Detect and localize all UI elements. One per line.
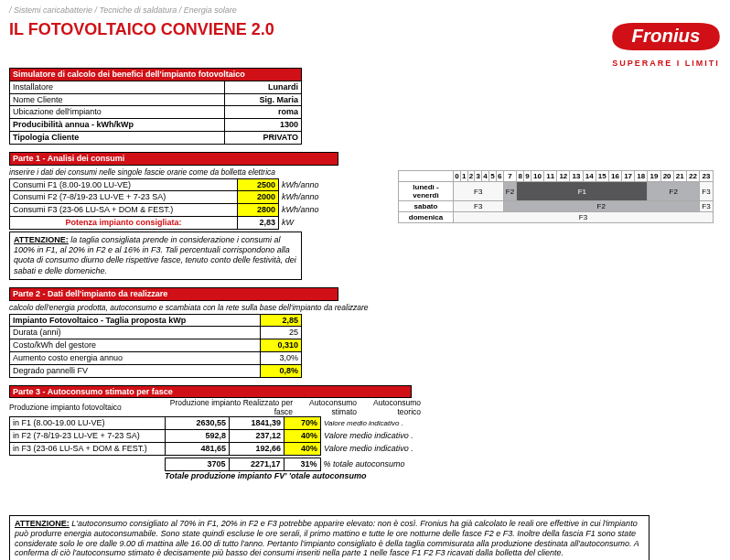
p3-r3b: 192,66 xyxy=(230,442,284,455)
logo-tagline: SUPERARE I LIMITI xyxy=(611,59,721,68)
f3-cell: F3 xyxy=(454,182,504,201)
p3-r3a: 481,65 xyxy=(166,442,230,455)
inst-label: Installatore xyxy=(10,81,225,93)
hour-1: 1 xyxy=(460,171,467,182)
p1-note: inserire i dati dei consumi nelle singol… xyxy=(9,167,384,177)
svg-text:Fronius: Fronius xyxy=(632,26,701,46)
prod-label: Producibilità annua - kWh/kWp xyxy=(10,119,225,132)
p1-warning-box: ATTENZIONE: la taglia consigliata prende… xyxy=(9,232,302,280)
f2-cell: F2 xyxy=(503,182,517,201)
p1-header: Parte 1 - Analisi dei consumi xyxy=(10,152,338,165)
p3-totb: 2271,17 xyxy=(229,458,284,470)
nome-label: Nome Cliente xyxy=(10,93,225,106)
p3-totc: 31% xyxy=(284,458,320,470)
time-row3: domenica xyxy=(399,212,454,223)
p3-totlbl: Totale produzione impianto FV' 'otale au… xyxy=(165,471,384,480)
p2-r3v: 0,310 xyxy=(261,339,302,352)
p2-note: calcolo dell'energia prodotta, autoconsu… xyxy=(9,303,384,312)
p1-r1v: 2500 xyxy=(238,178,279,191)
nome-value: Sig. Maria xyxy=(225,93,302,106)
p3-vm1: Valore medio indicativo . xyxy=(321,417,540,430)
hour-18: 18 xyxy=(635,171,648,182)
p3-tota: 3705 xyxy=(165,458,229,470)
warnfull-text: L'autoconsumo consigliato al 70% in F1, … xyxy=(15,519,639,557)
att2: ATTENZIONE: xyxy=(15,519,70,528)
p3-r1c: 70% xyxy=(284,417,321,430)
parte2-section: Parte 2 - Dati dell'impianto da realizza… xyxy=(9,287,384,378)
p2-r2v: 25 xyxy=(261,327,302,339)
full-warning-box: ATTENZIONE: L'autoconsumo consigliato al… xyxy=(9,515,649,560)
p1-r2l: Consumi F2 (7-8/19-23 LU-VE + 7-23 SA) xyxy=(10,191,238,204)
p3-r1l: in F1 (8.00-19.00 LU-VE) xyxy=(10,417,166,430)
hour-21: 21 xyxy=(673,171,686,182)
sim-header: Simulatore di calcolo dei benefici dell'… xyxy=(10,69,302,81)
f3-cell-e: F3 xyxy=(454,212,714,223)
ubic-value: roma xyxy=(225,106,302,119)
p3-c4: Autoconsumo teorico xyxy=(357,398,421,416)
hour-11: 11 xyxy=(544,171,557,182)
logo-area: Fronius SUPERARE I LIMITI xyxy=(611,20,721,68)
p1-r3v: 2800 xyxy=(238,204,279,217)
hour-14: 14 xyxy=(583,171,596,182)
p1-potl: Potenza impianto consigliata: xyxy=(10,216,238,229)
p3-r2c: 40% xyxy=(284,430,321,443)
p3-r2a: 592,8 xyxy=(166,430,230,443)
p1-r1l: Consumi F1 (8.00-19.00 LU-VE) xyxy=(10,178,238,191)
p3-r1a: 2630,55 xyxy=(166,417,230,430)
f2-cell-b: F2 xyxy=(648,182,700,201)
hour-8: 8 xyxy=(517,171,524,182)
p1-potv: 2,83 xyxy=(238,216,279,229)
p2-r1l: Impianto Fotovoltaico - Taglia proposta … xyxy=(10,314,261,327)
f1-cell: F1 xyxy=(517,182,648,201)
hour-17: 17 xyxy=(622,171,635,182)
hour-19: 19 xyxy=(648,171,660,182)
f2-cell-c: F2 xyxy=(503,201,699,212)
p1-u2: kWh/anno xyxy=(279,191,338,204)
p2-r3l: Costo/kWh del gestore xyxy=(10,339,261,352)
hour-20: 20 xyxy=(660,171,673,182)
p1-potu: kW xyxy=(279,216,338,229)
p3-c2: Produzione impianto Realizzato per fasce xyxy=(165,398,293,416)
p1-u1: kWh/anno xyxy=(279,178,338,191)
p2-r4v: 3,0% xyxy=(261,351,302,364)
p3-r2b: 237,12 xyxy=(230,430,284,443)
hour-6: 6 xyxy=(496,171,503,182)
p1-r2v: 2000 xyxy=(238,191,279,204)
hour-3: 3 xyxy=(475,171,482,182)
hour-7: 7 xyxy=(503,171,517,182)
p2-r1v: 2,85 xyxy=(261,314,302,327)
p3-vm2: Valore medio indicativo . xyxy=(321,430,540,443)
hour-10: 10 xyxy=(531,171,543,182)
hour-9: 9 xyxy=(524,171,531,182)
p3-r1b: 1841,39 xyxy=(230,417,284,430)
hour-0: 0 xyxy=(454,171,461,182)
simulator-table: Simulatore di calcolo dei benefici dell'… xyxy=(9,68,384,145)
tip-value: PRIVATO xyxy=(225,131,302,144)
p3-header: Parte 3 - Autoconsumo stimato per fasce xyxy=(10,385,412,398)
hour-5: 5 xyxy=(488,171,496,182)
p2-header: Parte 2 - Dati dell'impianto da realizza… xyxy=(10,287,338,300)
p1-att: ATTENZIONE: xyxy=(14,235,69,244)
p3-r3l: in F3 (23-06 LU-SA + DOM & FEST.) xyxy=(10,442,166,455)
time-row2: sabato xyxy=(399,201,454,212)
hour-2: 2 xyxy=(467,171,475,182)
hour-15: 15 xyxy=(596,171,608,182)
p3-c3: Autoconsumo stimato xyxy=(293,398,357,416)
p3-totn: % totale autoconsumo xyxy=(320,458,540,470)
hour-13: 13 xyxy=(570,171,583,182)
ubic-label: Ubicazione dell'impianto xyxy=(10,106,225,119)
time-row1: lunedì - venerdì xyxy=(399,182,454,201)
p3-r2l: in F2 (7-8/19-23 LU-VE + 7-23 SA) xyxy=(10,430,166,443)
fronius-logo-icon: Fronius xyxy=(611,20,721,53)
p3-vm3: Valore medio indicativo . xyxy=(321,442,540,455)
parte3-section: Parte 3 - Autoconsumo stimato per fasce … xyxy=(9,385,384,480)
inst-value: Lunardi xyxy=(225,81,302,93)
p2-r5v: 0,8% xyxy=(261,364,302,377)
p3-r3c: 40% xyxy=(284,442,321,455)
p2-r5l: Degrado pannelli FV xyxy=(10,364,261,377)
f3-cell-d: F3 xyxy=(699,201,713,212)
hour-12: 12 xyxy=(557,171,570,182)
p1-r3l: Consumi F3 (23-06 LU-SA + DOM & FEST.) xyxy=(10,204,238,217)
hour-23: 23 xyxy=(699,171,713,182)
hour-22: 22 xyxy=(686,171,699,182)
